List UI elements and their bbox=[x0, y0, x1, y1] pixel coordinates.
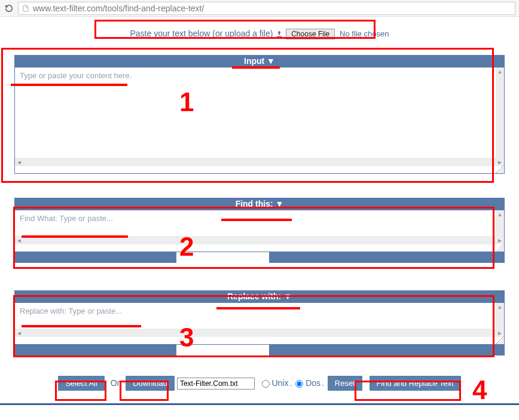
find-section: Find this: ▼ ▲▼ ◄► bbox=[11, 194, 508, 266]
replace-header[interactable]: Replace with: ▼ bbox=[14, 290, 505, 303]
input-section: Input ▼ ▲▼ ◄► bbox=[11, 51, 508, 177]
reload-button[interactable] bbox=[4, 3, 14, 14]
filename-input[interactable] bbox=[177, 378, 255, 390]
input-textarea[interactable] bbox=[15, 68, 504, 156]
replace-body: ▲▼ ◄► bbox=[14, 303, 505, 345]
url-text: www.text-filter.com/tools/find-and-repla… bbox=[33, 4, 204, 13]
input-vscrollbar[interactable]: ▲▼ bbox=[496, 68, 504, 165]
find-footer bbox=[14, 252, 505, 263]
select-all-button[interactable]: Select All bbox=[58, 376, 104, 391]
reload-icon bbox=[5, 4, 13, 13]
input-header[interactable]: Input ▼ bbox=[14, 55, 505, 68]
reset-button[interactable]: Reset bbox=[328, 376, 362, 391]
input-hscrollbar[interactable]: ◄► bbox=[15, 158, 504, 166]
download-button[interactable]: Download bbox=[126, 376, 175, 391]
page-icon bbox=[22, 4, 29, 13]
find-hscrollbar[interactable]: ◄► bbox=[15, 236, 504, 244]
dos-label: Dos bbox=[306, 378, 320, 388]
replace-textarea[interactable] bbox=[15, 303, 504, 327]
url-bar[interactable]: www.text-filter.com/tools/find-and-repla… bbox=[18, 2, 515, 15]
find-resize-grip[interactable] bbox=[496, 243, 504, 252]
replace-hscrollbar[interactable]: ◄► bbox=[15, 329, 504, 337]
unix-radio[interactable] bbox=[262, 380, 270, 388]
upload-prompt: Paste your text below (or upload a file) bbox=[130, 29, 273, 38]
unix-label: Unix bbox=[271, 378, 288, 388]
or-label: Or bbox=[111, 378, 120, 388]
input-resize-grip[interactable] bbox=[496, 165, 504, 173]
find-textarea[interactable] bbox=[15, 210, 504, 234]
find-body: ▲▼ ◄► bbox=[14, 210, 505, 252]
find-header[interactable]: Find this: ▼ bbox=[14, 198, 505, 210]
upload-row: Paste your text below (or upload a file)… bbox=[11, 23, 508, 47]
replace-resize-grip[interactable] bbox=[496, 336, 504, 344]
dos-radio[interactable] bbox=[295, 380, 303, 388]
replace-footer bbox=[14, 345, 505, 355]
browser-bar: www.text-filter.com/tools/find-and-repla… bbox=[0, 0, 519, 17]
no-file-chosen: No file chosen bbox=[340, 29, 389, 38]
bottom-edge bbox=[0, 403, 519, 405]
upload-icon bbox=[275, 30, 283, 38]
page-body: Paste your text below (or upload a file)… bbox=[0, 17, 519, 405]
replace-section: Replace with: ▼ ▲▼ ◄► bbox=[11, 287, 508, 359]
submit-button[interactable]: Find and Replace Text bbox=[370, 376, 461, 391]
input-body: ▲▼ ◄► bbox=[14, 68, 505, 174]
choose-file-button[interactable]: Choose File bbox=[286, 29, 335, 39]
controls-row: Select All Or Download Unix. Dos. Reset … bbox=[11, 373, 508, 393]
